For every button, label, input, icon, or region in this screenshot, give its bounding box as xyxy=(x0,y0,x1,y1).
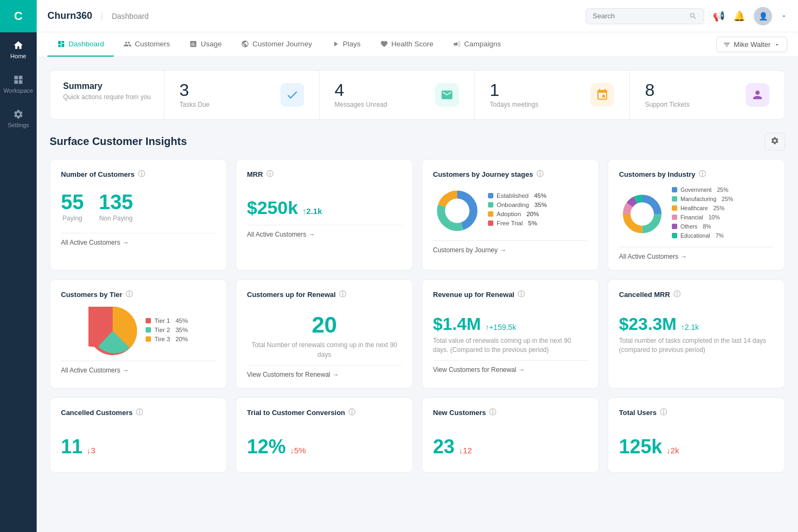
tab-health-score[interactable]: Health Score xyxy=(370,32,443,57)
summary-card-tasks[interactable]: 3 Tasks Due xyxy=(164,71,320,119)
cancelled-mrr-value: $23.3M xyxy=(619,314,677,334)
journey-legend: Established45% Onboarding35% Adoption20%… xyxy=(488,192,547,229)
info-icon-tu: ⓘ xyxy=(660,407,667,417)
cancelled-mrr-trend: ↑2.1k xyxy=(681,323,699,331)
sidebar-label-workspace: Workspace xyxy=(4,87,33,94)
journey-donut-chart xyxy=(433,186,481,235)
card-tier: Customers by Tier ⓘ xyxy=(50,279,227,389)
tier-link[interactable]: All Active Customers → xyxy=(61,367,216,374)
trial-conversion-trend: ↓5% xyxy=(290,446,306,455)
settings-icon xyxy=(13,109,24,120)
tab-dashboard[interactable]: Dashboard xyxy=(47,32,114,57)
dashboard-tab-icon xyxy=(57,40,65,48)
info-icon-nc: ⓘ xyxy=(489,407,496,417)
svg-point-4 xyxy=(445,199,470,223)
insights-settings-button[interactable] xyxy=(765,133,785,150)
sidebar-item-home[interactable]: Home xyxy=(0,32,37,67)
trial-conversion-value: 12% xyxy=(247,436,286,458)
filter-chevron-icon xyxy=(774,42,780,48)
usage-tab-icon xyxy=(189,40,197,48)
info-icon-cancelled-mrr: ⓘ xyxy=(673,289,680,299)
revenue-sub: Total value of renewals coming up in the… xyxy=(433,336,588,355)
topbar: Churn360 | Dashboard 📢 🔔 👤 xyxy=(37,0,798,32)
cards-row-1: Number of Customers ⓘ 55 Paying 135 Non … xyxy=(50,159,785,271)
info-icon-tc: ⓘ xyxy=(348,407,355,417)
sidebar-label-settings: Settings xyxy=(8,122,29,128)
tab-customers-label: Customers xyxy=(135,40,170,48)
summary-card-tickets[interactable]: 8 Support Tickets xyxy=(630,71,785,119)
logo[interactable]: C xyxy=(0,0,37,32)
tab-usage[interactable]: Usage xyxy=(180,32,231,57)
tier-legend: Tier 145% Tier 235% Tire 320% xyxy=(146,317,188,345)
non-paying-label: Non Paying xyxy=(99,215,133,222)
health-tab-icon xyxy=(380,40,388,48)
card-revenue-renewal: Revenue up for Renewal ⓘ $1.4M ↑+159.5k … xyxy=(422,279,599,389)
journey-link[interactable]: Customers by Journey → xyxy=(433,246,588,254)
user-filter[interactable]: Mike Walter xyxy=(716,37,787,52)
card-cancelled-customers: Cancelled Customers ⓘ 11 ↓3 xyxy=(50,397,227,473)
non-paying-count: 135 xyxy=(99,192,133,212)
tasks-icon xyxy=(280,83,304,107)
new-customers-title: New Customers ⓘ xyxy=(433,407,588,417)
megaphone-icon[interactable]: 📢 xyxy=(713,10,725,22)
summary-card-meetings[interactable]: 1 Todays meetings xyxy=(474,71,630,119)
tab-dashboard-label: Dashboard xyxy=(68,40,104,48)
industry-title: Customers by Industry ⓘ xyxy=(619,169,774,179)
main-area: Churn360 | Dashboard 📢 🔔 👤 Dashboard Cus… xyxy=(37,0,798,532)
search-box[interactable] xyxy=(586,8,704,24)
meetings-label: Todays meetings xyxy=(490,101,538,108)
topbar-icons: 📢 🔔 👤 xyxy=(713,7,787,25)
card-renewal: Customers up for Renewal ⓘ 20 Total Numb… xyxy=(236,279,413,389)
renewal-link[interactable]: View Customers for Renewal → xyxy=(247,371,402,378)
mrr-trend: ↑2.1k xyxy=(302,206,322,216)
revenue-renewal-title: Revenue up for Renewal ⓘ xyxy=(433,289,588,299)
card-num-customers: Number of Customers ⓘ 55 Paying 135 Non … xyxy=(50,159,227,271)
info-icon-revenue: ⓘ xyxy=(518,289,525,299)
meetings-icon xyxy=(590,83,614,107)
messages-num: 4 xyxy=(335,81,387,99)
cards-row-2: Customers by Tier ⓘ xyxy=(50,279,785,389)
cancelled-mrr-title: Cancelled MRR ⓘ xyxy=(619,289,774,299)
card-new-customers: New Customers ⓘ 23 ↓12 xyxy=(422,397,599,473)
info-icon-mrr: ⓘ xyxy=(266,169,273,179)
logo-letter: C xyxy=(14,9,23,23)
card-mrr: MRR ⓘ $250k ↑2.1k All Active Customers → xyxy=(236,159,413,271)
cards-row-3: Cancelled Customers ⓘ 11 ↓3 Trial to Cus… xyxy=(50,397,785,473)
campaigns-tab-icon xyxy=(453,40,461,48)
bell-icon[interactable]: 🔔 xyxy=(733,10,745,22)
cancelled-mrr-sub: Total number of tasks completed in the l… xyxy=(619,336,774,355)
tab-journey-label: Customer Journey xyxy=(252,40,312,48)
tab-plays[interactable]: Plays xyxy=(322,32,370,57)
tab-plays-label: Plays xyxy=(343,40,361,48)
renewal-sub: Total Number of renewals coming up in th… xyxy=(247,340,402,360)
industry-link[interactable]: All Active Customers → xyxy=(619,253,774,260)
sidebar-item-settings[interactable]: Settings xyxy=(0,101,37,136)
summary-section: Summary Quick actions require from you 3… xyxy=(50,70,785,120)
tab-usage-label: Usage xyxy=(201,40,222,48)
summary-card-messages[interactable]: 4 Messages Unread xyxy=(320,71,475,119)
topbar-divider: | xyxy=(101,11,103,21)
card-trial-conversion: Trial to Customer Conversion ⓘ 12% ↓5% xyxy=(236,397,413,473)
avatar[interactable]: 👤 xyxy=(754,7,772,25)
insights-header: Surface Customer Insights xyxy=(50,133,785,150)
tab-health-label: Health Score xyxy=(391,40,434,48)
tab-customers[interactable]: Customers xyxy=(114,32,180,57)
tab-customer-journey[interactable]: Customer Journey xyxy=(231,32,321,57)
home-icon xyxy=(13,40,24,51)
svg-point-11 xyxy=(631,203,654,226)
revenue-renewal-link[interactable]: View Customers for Renewal → xyxy=(433,366,588,374)
mrr-link[interactable]: All Active Customers → xyxy=(247,231,402,238)
app-name: Churn360 xyxy=(47,10,92,22)
cancelled-customers-value: 11 xyxy=(61,436,82,458)
tab-campaigns[interactable]: Campaigns xyxy=(443,32,511,57)
renewal-value: 20 xyxy=(247,307,402,340)
insights-title: Surface Customer Insights xyxy=(50,135,187,148)
num-customers-link[interactable]: All Active Customers → xyxy=(61,239,216,246)
info-icon-industry: ⓘ xyxy=(699,169,706,179)
search-input[interactable] xyxy=(593,12,689,20)
sidebar-item-workspace[interactable]: Workspace xyxy=(0,67,37,101)
new-customers-trend: ↓12 xyxy=(459,446,472,455)
info-icon-tier: ⓘ xyxy=(126,289,133,299)
customers-tab-icon xyxy=(123,40,132,48)
tasks-num: 3 xyxy=(180,81,210,99)
